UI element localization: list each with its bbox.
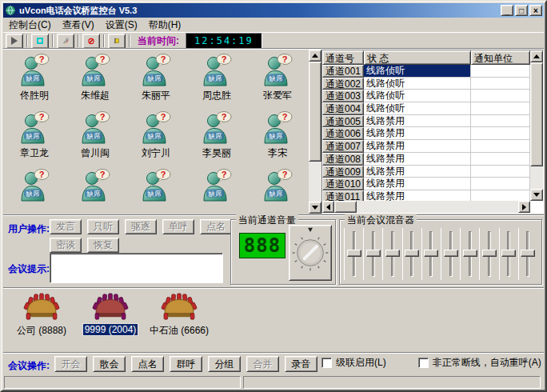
menu-item[interactable]: 控制台(C): [3, 18, 57, 33]
conf-op-button[interactable]: 群呼: [170, 356, 202, 372]
channel-row[interactable]: 通道003 线路侦听: [322, 90, 530, 102]
conference-tile[interactable]: 9999 (2004): [78, 293, 143, 335]
scroll-down-button[interactable]: [530, 189, 543, 201]
column-header-status[interactable]: 状 态: [364, 50, 471, 65]
scrollbar-thumb[interactable]: [334, 201, 357, 213]
slider-thumb[interactable]: [463, 250, 477, 257]
channel-id-cell[interactable]: 通道005: [322, 115, 364, 128]
conf-op-button[interactable]: 开会: [54, 356, 87, 372]
slider-thumb[interactable]: [424, 250, 438, 257]
scrollbar-thumb[interactable]: [309, 62, 321, 162]
channel-id-cell[interactable]: 通道008: [322, 153, 364, 166]
scroll-down-button[interactable]: [309, 202, 321, 214]
conf-op-button[interactable]: 点名: [131, 356, 164, 372]
checkbox-icon[interactable]: [321, 358, 332, 368]
channel-id-cell[interactable]: 通道004: [322, 102, 364, 115]
user-tile[interactable]: ? 缺席 张爱军: [247, 53, 308, 110]
user-tile[interactable]: ? 缺席 周忠胜: [186, 53, 247, 110]
titlebar[interactable]: uVcon电话会议桥监控台 V5.3 _ □ ×: [3, 3, 544, 18]
conf-op-button[interactable]: 分组: [208, 356, 241, 372]
user-tile[interactable]: ? 缺席: [247, 168, 308, 214]
channel-id-cell[interactable]: 通道002: [322, 78, 364, 90]
checkbox-icon[interactable]: [418, 358, 429, 368]
channel-table-hscrollbar[interactable]: [322, 201, 530, 213]
menu-item[interactable]: 查看(V): [57, 18, 100, 33]
channel-id-cell[interactable]: 通道011: [322, 190, 364, 201]
user-tile[interactable]: ? 缺席 李昊丽: [186, 110, 247, 168]
participants-scrollbar[interactable]: [309, 50, 321, 214]
channel-row[interactable]: 通道006 线路禁用: [322, 127, 530, 140]
option-checkbox-row[interactable]: 级联启用(L): [321, 356, 386, 370]
user-op-button[interactable]: 密谈: [50, 238, 82, 253]
channel-row[interactable]: 通道007 线路禁用: [322, 140, 530, 153]
channel-row[interactable]: 通道001 线路侦听: [322, 65, 530, 78]
mixer-slider[interactable]: [344, 228, 363, 280]
close-button[interactable]: ×: [529, 5, 542, 16]
channel-id-cell[interactable]: 通道003: [322, 90, 364, 102]
user-tile[interactable]: ? 缺席 朱维超: [65, 53, 126, 110]
maximize-button[interactable]: □: [515, 5, 528, 16]
mixer-slider[interactable]: [382, 228, 401, 280]
scroll-up-button[interactable]: [309, 50, 321, 62]
scroll-left-button[interactable]: [322, 201, 334, 213]
channel-id-cell[interactable]: 通道010: [322, 178, 364, 190]
slider-thumb[interactable]: [482, 250, 497, 257]
slider-thumb[interactable]: [444, 250, 458, 257]
user-tile[interactable]: ? 缺席 章卫龙: [4, 110, 65, 168]
user-op-button[interactable]: 只听: [87, 219, 119, 234]
conf-op-button[interactable]: 合并: [246, 356, 279, 372]
mixer-slider[interactable]: [402, 228, 421, 280]
mixer-slider[interactable]: [441, 228, 460, 280]
volume-knob[interactable]: [289, 226, 331, 279]
channel-row[interactable]: 通道011 线路禁用: [322, 190, 530, 201]
mixer-slider[interactable]: [499, 228, 518, 280]
stop-button[interactable]: [31, 34, 49, 49]
conf-op-button[interactable]: 散会: [93, 356, 126, 372]
scroll-right-button[interactable]: [518, 201, 530, 213]
user-tile[interactable]: ? 缺席: [126, 168, 186, 214]
exit-button[interactable]: [108, 34, 126, 49]
slider-thumb[interactable]: [521, 250, 535, 257]
user-tile[interactable]: ? 缺席 李宋: [247, 110, 308, 168]
channel-id-cell[interactable]: 通道001: [322, 65, 364, 78]
scroll-up-button[interactable]: [530, 50, 543, 62]
mixer-slider[interactable]: [460, 228, 479, 280]
scrollbar-thumb[interactable]: [530, 62, 543, 166]
channel-row[interactable]: 通道009 线路禁用: [322, 166, 530, 178]
mixer-slider[interactable]: [363, 228, 382, 280]
channel-row[interactable]: 通道010 线路禁用: [322, 178, 530, 190]
channel-table-vscrollbar[interactable]: [530, 50, 543, 201]
user-tile[interactable]: ? 缺席 刘宁川: [126, 110, 186, 168]
menu-item[interactable]: 设置(S): [100, 18, 143, 33]
channel-id-cell[interactable]: 通道007: [322, 140, 364, 153]
user-tile[interactable]: ? 缺席 佟胜明: [4, 53, 65, 110]
mixer-slider[interactable]: [518, 228, 537, 280]
user-tile[interactable]: ? 缺席: [4, 168, 65, 214]
user-op-button[interactable]: 驱逐: [125, 219, 157, 234]
mixer-slider[interactable]: [479, 228, 498, 280]
conference-tile[interactable]: 中石油 (6666): [146, 293, 212, 338]
user-op-button[interactable]: 恢复: [87, 238, 119, 253]
settings-button[interactable]: [57, 34, 74, 49]
channel-row[interactable]: 通道002 线路侦听: [322, 78, 530, 90]
prompt-input[interactable]: [50, 253, 223, 283]
start-button[interactable]: [6, 34, 23, 49]
minimize-button[interactable]: _: [501, 5, 513, 16]
channel-row[interactable]: 通道004 线路侦听: [322, 102, 530, 115]
slider-thumb[interactable]: [347, 250, 361, 257]
option-checkbox-row[interactable]: 非正常断线，自动重呼(A): [418, 356, 541, 370]
user-op-button[interactable]: 发言: [50, 219, 82, 234]
conference-tile[interactable]: 公司 (8888): [9, 293, 74, 338]
user-tile[interactable]: ? 缺席: [65, 168, 126, 214]
channel-id-cell[interactable]: 通道009: [322, 166, 364, 178]
slider-thumb[interactable]: [501, 250, 516, 257]
menu-item[interactable]: 帮助(H): [143, 18, 187, 33]
user-op-button[interactable]: 点名: [200, 219, 232, 234]
channel-row[interactable]: 通道008 线路禁用: [322, 153, 530, 166]
column-header-unit[interactable]: 通知单位: [471, 50, 530, 65]
channel-row[interactable]: 通道005 线路禁用: [322, 115, 530, 128]
slider-thumb[interactable]: [366, 250, 381, 257]
user-tile[interactable]: ? 缺席: [186, 168, 247, 214]
conf-op-button[interactable]: 录音: [285, 356, 317, 372]
mixer-slider[interactable]: [421, 228, 441, 280]
